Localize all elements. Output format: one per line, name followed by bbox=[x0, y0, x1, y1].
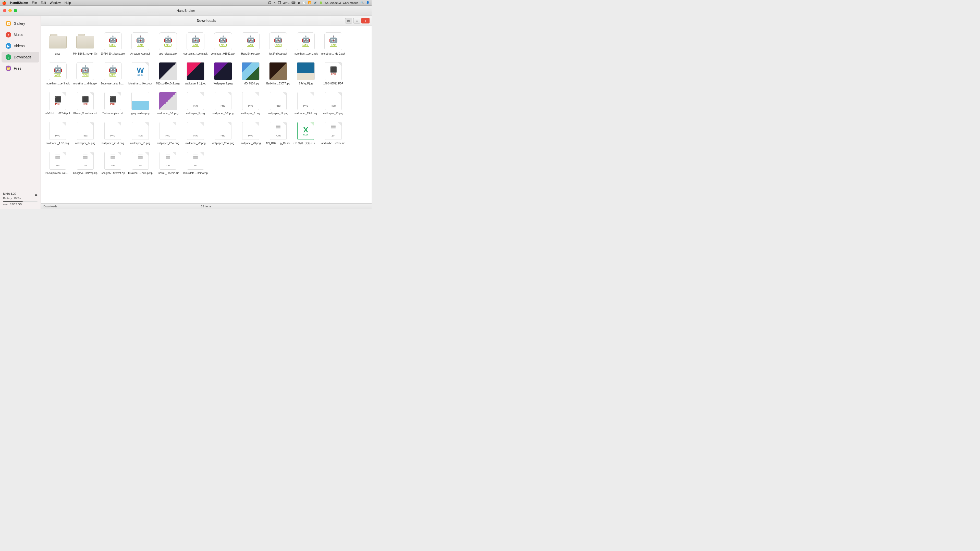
file-name: gary.madeo.png bbox=[131, 112, 150, 115]
list-item[interactable]: Wallpaper 9.jpeg bbox=[210, 59, 236, 87]
list-item[interactable]: 🤖 APK morethan….de-2.apk bbox=[321, 30, 346, 57]
list-item[interactable]: ⬛ PDF efa01.dc….012a6.pdf bbox=[45, 89, 70, 117]
android-robot-icon: 🤖 bbox=[191, 36, 200, 43]
apple-icon[interactable]: 🍎 bbox=[2, 1, 6, 5]
minimize-button[interactable] bbox=[8, 9, 12, 12]
device-name: MHA-L29 bbox=[3, 192, 16, 196]
png-label: PNG bbox=[160, 135, 176, 137]
edit-menu[interactable]: Edit bbox=[41, 1, 46, 5]
list-item[interactable]: ZIP GoogleA…tVelvet.zip bbox=[100, 149, 126, 177]
file-icon-wrapper: ZIP bbox=[76, 151, 95, 170]
list-item[interactable]: 512ccdd7ec3c2.jpeg bbox=[155, 59, 181, 87]
apk-icon-graphic: 🤖 APK bbox=[269, 32, 287, 50]
list-view-button[interactable]: ≡ bbox=[353, 18, 360, 24]
list-item[interactable]: 🤖 APK app-release.apk bbox=[155, 30, 181, 57]
list-item[interactable]: 🤖 APK Amazon_App.apk bbox=[127, 30, 153, 57]
file-icon-wrapper: PNG bbox=[241, 91, 260, 111]
list-item[interactable]: 🤖 APK 20786-20…lease.apk bbox=[100, 30, 126, 57]
list-item[interactable]: 🤖 APK morethan…id.de.apk bbox=[73, 59, 98, 87]
content-title: Downloads bbox=[197, 19, 216, 23]
list-item[interactable]: gary.madeo.png bbox=[127, 89, 153, 117]
list-item[interactable]: ⬛ PDF Tarifzonenplan.pdf bbox=[100, 89, 126, 117]
list-item[interactable]: PNG wallpaper_13-2.png bbox=[293, 89, 318, 117]
statusbar: Downloads 53 items bbox=[41, 203, 372, 209]
list-item[interactable]: Bad+timi…53077.jpg bbox=[266, 59, 291, 87]
list-item[interactable]: _MG_5124.jpg bbox=[238, 59, 263, 87]
file-menu[interactable]: File bbox=[32, 1, 37, 5]
notification-icon[interactable]: 👤 bbox=[366, 1, 369, 4]
sidebar-label-videos: Videos bbox=[14, 44, 25, 48]
list-item[interactable]: PNG wallpaper_6.png bbox=[238, 89, 263, 117]
list-item[interactable]: accs bbox=[45, 30, 70, 57]
list-item[interactable]: PNG wallpaper_23-2.png bbox=[210, 119, 236, 147]
list-item[interactable]: PNG wallpaper_22-2.png bbox=[155, 119, 181, 147]
sidebar-item-files[interactable]: 📁 Files bbox=[2, 63, 39, 74]
list-item[interactable]: ZIP BackupCleanPixel.zip bbox=[45, 149, 70, 177]
png-label: PNG bbox=[187, 135, 204, 137]
sidebar-item-videos[interactable]: ▶ Videos bbox=[2, 41, 39, 51]
window-menu[interactable]: Window bbox=[50, 1, 61, 5]
list-item[interactable]: ZIP IonicMate…Demo.zip bbox=[183, 149, 208, 177]
list-item[interactable]: ZIP Huawei_Freebie.zip bbox=[155, 149, 181, 177]
list-item[interactable]: RAR M9_B165…ip_Ori.rar bbox=[266, 119, 291, 147]
apk-icon-graphic: 🤖 APK bbox=[186, 32, 204, 50]
sidebar-item-downloads[interactable]: ↓ Downloads bbox=[2, 52, 39, 62]
file-name: wallpaper_23.png bbox=[241, 141, 261, 145]
search-icon[interactable]: 🔍 bbox=[360, 1, 364, 4]
list-item[interactable]: ZIP Huawei-P…ockup.zip bbox=[127, 149, 153, 177]
list-item[interactable]: SJYrqLP.jpg bbox=[293, 59, 318, 87]
file-icon-wrapper: PNG bbox=[213, 121, 233, 141]
list-item[interactable]: 🤖 APK HandShaker.apk bbox=[238, 30, 263, 57]
app-name[interactable]: HandShaker bbox=[10, 1, 28, 5]
list-item[interactable]: Wallpaper 9-1.jpeg bbox=[183, 59, 208, 87]
list-item[interactable]: 🤖 APK com.ama…r.com.apk bbox=[183, 30, 208, 57]
list-item[interactable]: wallpaper_5-1.png bbox=[155, 89, 181, 117]
corner-fold bbox=[90, 122, 94, 126]
wifi-icon: 📶 bbox=[308, 1, 312, 4]
zip-icon-graphic: ZIP bbox=[159, 152, 177, 170]
list-item[interactable]: ⬛ PDF 1490488511.PDF bbox=[321, 59, 346, 87]
list-item[interactable]: M9_B165…ngvip_Ori bbox=[73, 30, 98, 57]
zip-icon-graphic: ZIP bbox=[77, 152, 94, 170]
close-button[interactable] bbox=[3, 9, 6, 12]
file-name: wallpaper_6-2.png bbox=[213, 112, 234, 115]
file-name: Morethan…tikel.docx bbox=[128, 82, 152, 85]
list-item[interactable]: X XLSX GB 支持…文案-1.xlsx bbox=[293, 119, 318, 147]
list-item[interactable]: PNG wallpaper_17.png bbox=[73, 119, 98, 147]
list-item[interactable]: 🤖 APK morethan….de-3.apk bbox=[45, 59, 70, 87]
help-menu[interactable]: Help bbox=[65, 1, 71, 5]
list-item[interactable]: 🤖 APK ion2FullApp.apk bbox=[266, 30, 291, 57]
apk-icon-graphic: 🤖 APK bbox=[242, 32, 259, 50]
keyboard-icon: ⌨ bbox=[291, 1, 296, 4]
list-item[interactable]: PNG wallpaper_6-2.png bbox=[210, 89, 236, 117]
sidebar-item-music[interactable]: ♪ Music bbox=[2, 29, 39, 40]
list-item[interactable]: W DOCX Morethan…tikel.docx bbox=[127, 59, 153, 87]
list-item[interactable]: PNG wallpaper_21.png bbox=[127, 119, 153, 147]
file-grid: accs M9_B165…ngvip_Ori 🤖 APK 20786-20…le… bbox=[41, 25, 372, 203]
list-item[interactable]: ZIP android-0…-2017.zip bbox=[321, 119, 346, 147]
grid-view-button[interactable]: ⊞ bbox=[345, 18, 352, 24]
list-item[interactable]: 🤖 APK Superuse…eta_9.apk bbox=[100, 59, 126, 87]
list-item[interactable]: 🤖 APK com.hua…01922.apk bbox=[210, 30, 236, 57]
maximize-button[interactable] bbox=[14, 9, 17, 12]
corner-fold bbox=[200, 152, 204, 156]
file-name: 20786-20…lease.apk bbox=[100, 52, 125, 56]
list-item[interactable]: ⬛ PDF Planer_Vorschau.pdf bbox=[73, 89, 98, 117]
list-item[interactable]: PNG wallpaper_17-2.png bbox=[45, 119, 70, 147]
list-item[interactable]: PNG wallpaper_12.png bbox=[266, 89, 291, 117]
sidebar-item-gallery[interactable]: 🖼 Gallery bbox=[2, 18, 39, 29]
list-item[interactable]: PNG wallpaper_21-1.png bbox=[100, 119, 126, 147]
eject-icon[interactable]: ⏏ bbox=[35, 192, 38, 197]
list-item[interactable]: PNG wallpaper_5.png bbox=[183, 89, 208, 117]
corner-fold bbox=[90, 92, 94, 96]
list-item[interactable]: PNG wallpaper_13.png bbox=[321, 89, 346, 117]
file-name: wallpaper_17.png bbox=[75, 141, 95, 145]
action-button[interactable]: + bbox=[361, 18, 369, 24]
list-item[interactable]: PNG wallpaper_22.png bbox=[183, 119, 208, 147]
list-item[interactable]: 🤖 APK morethan….de-1.apk bbox=[293, 30, 318, 57]
png-label: PNG bbox=[77, 135, 94, 137]
list-item[interactable]: ZIP GoogleA…ildProp.zip bbox=[73, 149, 98, 177]
list-item[interactable]: PNG wallpaper_23.png bbox=[238, 119, 263, 147]
item-count: 53 items bbox=[201, 205, 212, 208]
videos-icon: ▶ bbox=[6, 43, 11, 49]
